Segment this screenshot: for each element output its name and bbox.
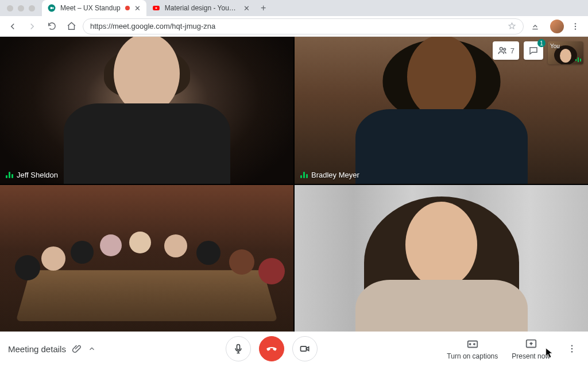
participant-name: Bradley Meyer	[311, 171, 359, 179]
youtube-favicon-icon	[152, 4, 160, 12]
bottom-bar: Meeting details Turn on captions Present…	[0, 332, 588, 366]
minimize-chrome-icon[interactable]	[527, 18, 543, 34]
captions-icon	[466, 338, 479, 350]
hang-up-icon	[265, 342, 278, 356]
meet-favicon-icon	[48, 4, 56, 12]
new-tab-button[interactable]: +	[256, 3, 272, 13]
present-button[interactable]: Present now	[512, 338, 550, 360]
browser-chrome: Meet – UX Standup ✕ Material design - Yo…	[0, 0, 588, 37]
center-controls	[226, 336, 318, 361]
chat-button[interactable]: 1	[524, 41, 543, 60]
tab-meet[interactable]: Meet – UX Standup ✕	[42, 0, 146, 16]
svg-point-15	[571, 348, 573, 350]
svg-point-3	[575, 25, 576, 26]
svg-point-6	[504, 48, 506, 51]
home-button[interactable]	[63, 18, 79, 34]
participant-tile[interactable]	[0, 185, 293, 332]
participant-name: Jeff Sheldon	[17, 171, 58, 179]
back-button[interactable]	[5, 18, 21, 34]
svg-point-2	[575, 23, 576, 24]
svg-point-4	[575, 28, 576, 29]
chat-icon	[528, 45, 539, 56]
captions-label: Turn on captions	[447, 352, 498, 360]
participant-tile[interactable]	[295, 185, 588, 332]
hang-up-button[interactable]	[259, 336, 284, 361]
self-speaking-icon	[575, 57, 582, 63]
chat-badge: 1	[537, 39, 546, 47]
speaking-icon	[300, 171, 308, 178]
svg-rect-9	[580, 59, 581, 61]
tab-title: Meet – UX Standup	[60, 4, 121, 12]
self-label: You	[550, 43, 560, 49]
forward-button	[24, 18, 40, 34]
more-vertical-icon	[567, 344, 577, 354]
svg-point-14	[571, 345, 573, 346]
svg-rect-11	[300, 346, 306, 351]
svg-rect-8	[578, 57, 579, 62]
meeting-details-label: Meeting details	[8, 344, 66, 354]
captions-button[interactable]: Turn on captions	[447, 338, 498, 360]
participants-button[interactable]: 7	[493, 41, 519, 60]
video-grid: Jeff Sheldon Bradley Meyer	[0, 37, 588, 332]
window-controls[interactable]	[0, 5, 42, 11]
svg-point-5	[500, 48, 502, 51]
self-view-tile[interactable]: You	[548, 41, 583, 64]
profile-avatar[interactable]	[550, 20, 564, 33]
right-controls: Turn on captions Present now	[447, 338, 580, 360]
svg-rect-10	[237, 345, 239, 350]
participant-tile[interactable]: Jeff Sheldon	[0, 37, 293, 184]
tab-youtube[interactable]: Material design - YouTube ✕	[146, 0, 256, 16]
participant-name-tag: Jeff Sheldon	[6, 171, 58, 179]
microphone-icon	[233, 343, 244, 355]
video-grid-area: Jeff Sheldon Bradley Meyer	[0, 37, 588, 332]
people-icon	[497, 45, 508, 56]
address-bar[interactable]	[83, 18, 524, 34]
close-tab-icon[interactable]: ✕	[243, 4, 250, 13]
more-options-button[interactable]	[564, 341, 580, 357]
recording-indicator-icon	[125, 6, 130, 10]
svg-point-16	[571, 351, 573, 353]
tab-strip: Meet – UX Standup ✕ Material design - Yo…	[0, 0, 588, 16]
maximize-window-icon[interactable]	[29, 5, 35, 11]
present-icon	[525, 338, 537, 350]
attachment-icon	[72, 344, 82, 354]
url-input[interactable]	[90, 22, 503, 30]
participant-name-tag: Bradley Meyer	[300, 171, 359, 179]
meeting-details-button[interactable]: Meeting details	[8, 344, 96, 354]
speaking-icon	[6, 171, 13, 178]
svg-rect-7	[575, 59, 577, 61]
tab-title: Material design - YouTube	[165, 4, 239, 12]
participant-count: 7	[510, 47, 514, 55]
toolbar-row	[0, 16, 588, 37]
close-window-icon[interactable]	[7, 5, 13, 11]
mute-mic-button[interactable]	[226, 336, 251, 361]
close-tab-icon[interactable]: ✕	[134, 4, 141, 13]
reload-button[interactable]	[44, 18, 60, 34]
camera-toggle-button[interactable]	[292, 336, 318, 361]
chevron-up-icon	[88, 345, 96, 353]
camera-icon	[299, 343, 311, 355]
minimize-window-icon[interactable]	[18, 5, 24, 11]
browser-menu-button[interactable]	[567, 18, 583, 34]
bookmark-star-icon[interactable]	[508, 22, 516, 30]
top-overlay: 7 1 You	[493, 41, 583, 64]
present-label: Present now	[512, 352, 550, 360]
